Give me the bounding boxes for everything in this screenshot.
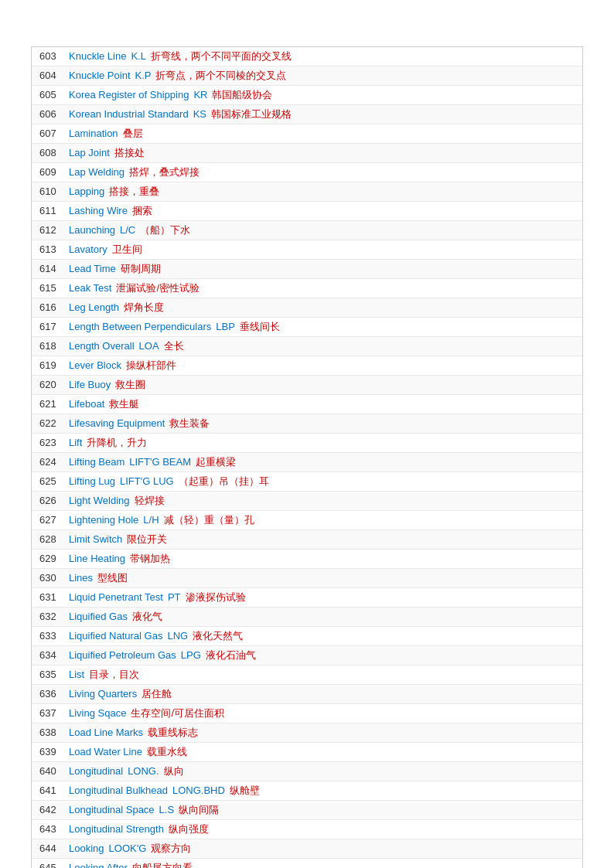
table-row: 614Lead Time研制周期	[32, 260, 582, 279]
row-number: 642	[39, 804, 69, 815]
row-english: Line Heating	[69, 553, 125, 564]
row-english: Lavatory	[69, 243, 107, 255]
row-chinese: 纵向强度	[169, 822, 209, 836]
row-english: Knuckle Point	[69, 70, 131, 81]
row-abbreviation: L.S	[159, 804, 175, 815]
row-english: Liquified Gas	[69, 611, 128, 622]
row-number: 622	[39, 417, 69, 429]
row-english: Looking After	[69, 862, 128, 868]
row-chinese: 目录，目次	[89, 668, 139, 682]
row-chinese: 研制周期	[121, 262, 161, 276]
row-chinese: 轻焊接	[135, 494, 165, 508]
row-abbreviation: LOOK'G	[109, 842, 147, 854]
row-number: 636	[39, 688, 69, 700]
row-chinese: （船）下水	[140, 223, 190, 237]
table-row: 632Liquified Gas液化气	[32, 608, 582, 627]
row-chinese: 折弯线，两个不同平面的交叉线	[151, 49, 292, 63]
row-english: Longitudinal Bulkhead	[69, 785, 168, 796]
row-chinese: 升降机，升力	[87, 436, 147, 450]
row-number: 628	[39, 533, 69, 545]
row-english: Lapping	[69, 186, 104, 197]
row-english: Lamination	[69, 128, 118, 139]
row-abbreviation: LONG.	[128, 765, 159, 777]
row-number: 637	[39, 707, 69, 719]
row-english: Lead Time	[69, 263, 116, 274]
row-chinese: 韩国标准工业规格	[211, 107, 292, 121]
row-number: 621	[39, 398, 69, 410]
row-english: Lifeboat	[69, 398, 104, 410]
row-number: 640	[39, 765, 69, 777]
table-row: 610Lapping搭接，重叠	[32, 182, 582, 202]
row-number: 603	[39, 50, 69, 62]
glossary-table: 603Knuckle LineK.L折弯线，两个不同平面的交叉线604Knuck…	[31, 46, 583, 868]
table-row: 606Korean Industrial StandardKS韩国标准工业规格	[32, 105, 582, 124]
table-row: 615Leak Test泄漏试验/密性试验	[32, 279, 582, 298]
row-chinese: 韩国船级协会	[212, 88, 272, 102]
row-chinese: 焊角长度	[124, 301, 164, 315]
table-row: 618Length OverallLOA全长	[32, 337, 582, 356]
row-number: 635	[39, 669, 69, 680]
row-english: Liquid Penetrant Test	[69, 591, 163, 603]
row-abbreviation: LIFT'G LUG	[120, 475, 174, 487]
row-english: Lifting Beam	[69, 456, 125, 468]
row-english: Korean Industrial Standard	[69, 108, 189, 120]
row-abbreviation: K.P	[135, 70, 152, 81]
table-row: 629Line Heating带钢加热	[32, 550, 582, 569]
table-row: 638Load Line Marks载重线标志	[32, 723, 582, 743]
row-abbreviation: L/H	[143, 514, 159, 526]
row-abbreviation: LNG	[167, 630, 188, 642]
row-chinese: 搭接处	[114, 146, 145, 160]
row-english: Lap Joint	[69, 147, 110, 158]
row-chinese: 向船尾方向看	[132, 861, 193, 868]
row-number: 612	[39, 224, 69, 236]
table-row: 628Limit Switch限位开关	[32, 530, 582, 550]
row-chinese: 捆索	[132, 204, 152, 218]
table-row: 616Leg Length焊角长度	[32, 298, 582, 318]
table-row: 631Liquid Penetrant TestPT渗液探伤试验	[32, 588, 582, 608]
row-chinese: 救生圈	[115, 378, 145, 392]
row-number: 633	[39, 630, 69, 642]
row-number: 610	[39, 186, 69, 197]
row-chinese: 带钢加热	[130, 552, 170, 566]
row-number: 604	[39, 70, 69, 81]
table-row: 642Longitudinal SpaceL.S纵向间隔	[32, 801, 582, 820]
row-chinese: 生存空间/可居住面积	[131, 706, 224, 720]
row-english: Living Sqace	[69, 707, 126, 719]
row-number: 644	[39, 842, 69, 854]
row-english: Korea Register of Shipping	[69, 89, 189, 100]
table-row: 640LongitudinalLONG.纵向	[32, 762, 582, 781]
row-chinese: 减（轻）重（量）孔	[164, 513, 254, 527]
row-english: Lever Block	[69, 359, 121, 371]
row-number: 629	[39, 553, 69, 564]
row-english: Lifesaving Equipment	[69, 417, 165, 429]
row-english: Leg Length	[69, 301, 119, 313]
row-number: 605	[39, 89, 69, 100]
table-row: 626Light Welding轻焊接	[32, 492, 582, 511]
row-abbreviation: KS	[193, 108, 206, 120]
row-english: Life Buoy	[69, 379, 111, 390]
row-chinese: 液化气	[132, 610, 162, 624]
row-chinese: 操纵杆部件	[126, 359, 176, 373]
table-row: 644LookingLOOK'G观察方向	[32, 839, 582, 859]
row-number: 634	[39, 649, 69, 661]
row-number: 630	[39, 572, 69, 584]
row-english: Lines	[69, 572, 93, 584]
row-chinese: 观察方向	[151, 842, 191, 856]
table-row: 639Load Water Line载重水线	[32, 743, 582, 762]
row-number: 624	[39, 456, 69, 468]
table-row: 627Lightening HoleL/H减（轻）重（量）孔	[32, 511, 582, 530]
row-number: 641	[39, 785, 69, 796]
row-number: 614	[39, 263, 69, 274]
row-english: Longitudinal Space	[69, 804, 155, 815]
row-abbreviation: PT	[168, 591, 181, 603]
row-chinese: 搭焊，叠式焊接	[129, 165, 200, 179]
row-number: 645	[39, 862, 69, 868]
row-english: Limit Switch	[69, 533, 122, 545]
row-chinese: 泄漏试验/密性试验	[116, 281, 200, 295]
row-abbreviation: K.L	[131, 50, 146, 62]
table-row: 611Lashing Wire捆索	[32, 202, 582, 221]
row-chinese: 纵向	[164, 764, 184, 778]
table-row: 630Lines型线图	[32, 569, 582, 588]
row-chinese: 纵舱壁	[230, 784, 260, 798]
row-abbreviation: LOA	[139, 340, 159, 352]
